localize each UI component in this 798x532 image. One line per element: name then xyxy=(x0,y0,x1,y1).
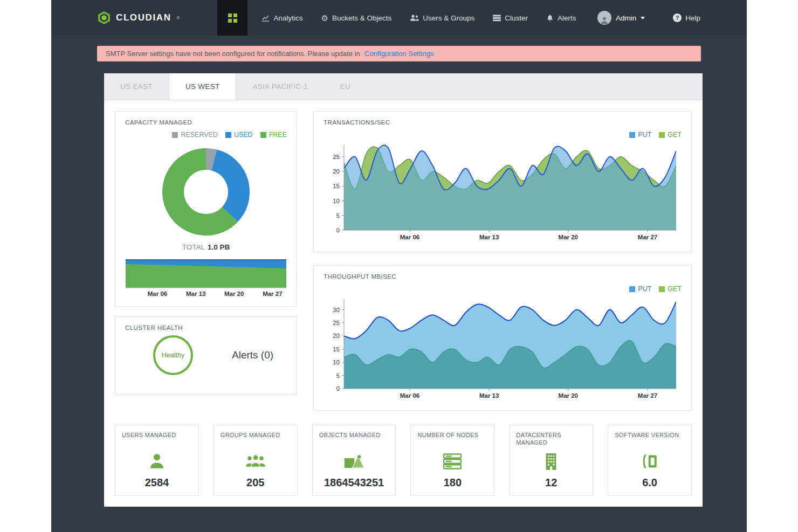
svg-text:Mar 06: Mar 06 xyxy=(148,291,167,297)
avatar xyxy=(597,11,611,25)
svg-text:0: 0 xyxy=(336,227,340,233)
legend-put: PUT xyxy=(629,131,651,139)
stat-card-nodes: NUMBER OF NODES 180 xyxy=(410,425,494,496)
objects-icon xyxy=(319,446,389,476)
legend-get: GET xyxy=(659,285,682,293)
svg-text:Mar 13: Mar 13 xyxy=(479,234,499,240)
health-status-badge: Healthy xyxy=(153,335,193,375)
tab-us-east[interactable]: US EAST xyxy=(104,73,169,100)
bell-icon xyxy=(546,14,554,22)
svg-text:10: 10 xyxy=(333,359,340,365)
capacity-donut-chart xyxy=(160,146,252,238)
used-swatch xyxy=(225,132,231,138)
cloudian-hexagon-icon xyxy=(97,11,111,25)
transactions-legend: PUT GET xyxy=(324,131,682,139)
nav-label-cluster: Cluster xyxy=(505,14,528,22)
banner-text: SMTP Server settings have not been confi… xyxy=(106,50,360,58)
svg-text:25: 25 xyxy=(333,320,340,326)
tab-asia-pacific-1[interactable]: ASIA PACIFIC-1 xyxy=(236,73,324,100)
put-label: PUT xyxy=(638,285,651,293)
stat-value: 1864543251 xyxy=(319,476,389,489)
svg-text:Mar 20: Mar 20 xyxy=(559,392,578,399)
help-menu[interactable]: ? Help xyxy=(673,13,700,22)
help-label: Help xyxy=(685,14,700,22)
nav-item-alerts[interactable]: Alerts xyxy=(546,14,576,22)
tab-us-west[interactable]: US WEST xyxy=(169,73,237,100)
user-icon xyxy=(122,446,192,476)
svg-text:15: 15 xyxy=(333,183,340,189)
capacity-managed-panel: CAPACITY MANAGED RESERVED USED FREE TOTA… xyxy=(115,111,297,307)
brand-name: CLOUDIAN xyxy=(116,12,171,23)
region-tabs: US EAST US WEST ASIA PACIFIC-1 EU xyxy=(104,73,703,100)
nav-label-analytics: Analytics xyxy=(273,14,302,22)
stat-label: OBJECTS MANAGED xyxy=(319,432,389,446)
capacity-panel-title: CAPACITY MANAGED xyxy=(125,119,287,126)
get-label: GET xyxy=(668,285,682,293)
capacity-legend: RESERVED USED FREE xyxy=(125,131,287,139)
free-swatch xyxy=(260,132,266,138)
version-icon xyxy=(615,446,685,476)
stat-value: 6.0 xyxy=(615,476,685,489)
configuration-settings-link[interactable]: Configuration Settings xyxy=(364,50,434,58)
cluster-health-panel: CLUSTER HEALTH Healthy Alerts (0) xyxy=(115,316,297,395)
admin-label: Admin xyxy=(616,14,636,22)
dashboard-grid-icon xyxy=(228,13,237,23)
stat-card-users: USERS MANAGED 2584 xyxy=(115,425,199,496)
stat-card-version: SOFTWARE VERSION 6.0 xyxy=(608,425,692,496)
svg-text:Mar 27: Mar 27 xyxy=(638,392,657,399)
stat-card-datacenters: DATACENTERS MANAGED 12 xyxy=(509,425,593,496)
alerts-count: Alerts (0) xyxy=(232,349,273,361)
chevron-down-icon xyxy=(641,17,645,19)
legend-used: USED xyxy=(225,131,253,139)
svg-text:10: 10 xyxy=(333,198,340,204)
help-icon: ? xyxy=(673,13,682,22)
stat-label: DATACENTERS MANAGED xyxy=(516,432,586,447)
get-swatch xyxy=(659,286,665,292)
svg-text:30: 30 xyxy=(333,307,340,313)
nav-item-buckets-objects[interactable]: ⚙ Buckets & Objects xyxy=(321,14,391,22)
svg-text:Mar 13: Mar 13 xyxy=(186,291,205,297)
legend-put: PUT xyxy=(629,285,651,293)
transactions-chart: 0510152025Mar 06Mar 13Mar 20Mar 27 xyxy=(324,141,682,244)
users-icon xyxy=(410,14,419,22)
legend-get: GET xyxy=(659,131,682,139)
reserved-swatch xyxy=(172,132,178,138)
stat-value: 205 xyxy=(221,476,291,489)
datacenter-icon xyxy=(516,447,586,477)
cluster-icon xyxy=(493,15,501,22)
nav-item-users-groups[interactable]: Users & Groups xyxy=(410,14,474,22)
put-swatch xyxy=(629,286,635,292)
transactions-panel: TRANSACTIONS/SEC PUT GET 0510152025Mar 0… xyxy=(313,111,692,252)
top-navbar: CLOUDIAN ® Analytics ⚙ Buckets & Objects xyxy=(51,0,747,36)
stat-label: USERS MANAGED xyxy=(122,432,192,446)
nav-item-analytics[interactable]: Analytics xyxy=(262,14,302,22)
app-background: CLOUDIAN ® Analytics ⚙ Buckets & Objects xyxy=(51,0,747,532)
throughput-title: THROUGHPUT MB/SEC xyxy=(324,273,682,280)
dashboard-card: US EAST US WEST ASIA PACIFIC-1 EU CAPACI… xyxy=(104,73,703,507)
svg-text:Mar 20: Mar 20 xyxy=(224,291,244,297)
capacity-trend-chart: Mar 06Mar 13Mar 20Mar 27 xyxy=(125,258,287,299)
stat-label: GROUPS MANAGED xyxy=(221,432,291,446)
nodes-icon xyxy=(417,446,487,476)
svg-text:5: 5 xyxy=(336,212,340,219)
total-value: 1.0 PB xyxy=(208,243,230,251)
svg-text:0: 0 xyxy=(336,385,340,392)
nav-dashboard-button[interactable] xyxy=(217,0,247,36)
svg-text:20: 20 xyxy=(333,168,340,175)
svg-text:Mar 27: Mar 27 xyxy=(638,234,657,240)
tab-eu[interactable]: EU xyxy=(324,73,367,100)
legend-free: FREE xyxy=(260,131,287,139)
nav-links: Analytics ⚙ Buckets & Objects Users & Gr… xyxy=(262,14,576,22)
stats-row: USERS MANAGED 2584 GROUPS MANAGED 205 OB… xyxy=(115,425,692,496)
total-label: TOTAL xyxy=(182,243,205,251)
cloudian-logo[interactable]: CLOUDIAN ® xyxy=(97,11,180,25)
cluster-health-title: CLUSTER HEALTH xyxy=(125,324,287,331)
admin-menu[interactable]: Admin xyxy=(597,11,645,25)
svg-text:Mar 20: Mar 20 xyxy=(559,234,578,240)
analytics-icon xyxy=(262,14,270,22)
reserved-label: RESERVED xyxy=(181,131,218,139)
nav-item-cluster[interactable]: Cluster xyxy=(493,14,528,22)
smtp-warning-banner: SMTP Server settings have not been confi… xyxy=(97,46,701,61)
group-icon xyxy=(221,446,291,476)
gear-icon: ⚙ xyxy=(321,14,328,22)
